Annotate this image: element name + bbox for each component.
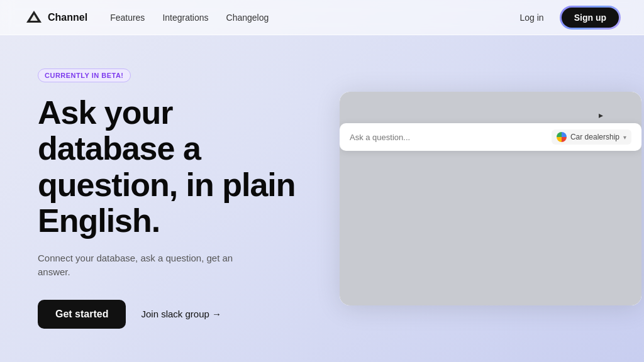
signup-button[interactable]: Sign up bbox=[562, 8, 619, 28]
db-label: Car dealership bbox=[570, 133, 619, 141]
nav-link-features[interactable]: Features bbox=[110, 13, 145, 23]
get-started-button[interactable]: Get started bbox=[38, 300, 126, 329]
cursor-indicator bbox=[599, 109, 604, 117]
demo-card: Car dealership ▾ bbox=[340, 92, 641, 305]
nav-actions: Log in Sign up bbox=[513, 8, 619, 28]
logo-text: Channel bbox=[48, 12, 87, 23]
beta-badge: Currently in beta! bbox=[38, 69, 131, 82]
hero-title: Ask your database a question, in plain E… bbox=[38, 95, 302, 239]
nav-link-integrations[interactable]: Integrations bbox=[162, 13, 208, 23]
google-multicolor-icon bbox=[557, 132, 567, 142]
demo-db-badge[interactable]: Car dealership ▾ bbox=[552, 129, 631, 145]
hero-subtitle: Connect your database, ask a question, g… bbox=[38, 251, 239, 280]
login-button[interactable]: Log in bbox=[513, 9, 552, 26]
chevron-down-icon: ▾ bbox=[623, 134, 626, 141]
demo-search-bar[interactable]: Car dealership ▾ bbox=[340, 123, 641, 151]
join-slack-button[interactable]: Join slack group → bbox=[141, 309, 221, 319]
logo[interactable]: Channel bbox=[25, 9, 87, 26]
nav-link-changelog[interactable]: Changelog bbox=[226, 13, 269, 23]
demo-inner: Car dealership ▾ bbox=[340, 92, 641, 305]
hero-section: Currently in beta! Ask your database a q… bbox=[0, 35, 644, 362]
channel-logo-icon bbox=[25, 9, 43, 26]
hero-left: Currently in beta! Ask your database a q… bbox=[38, 69, 302, 329]
hero-right: Car dealership ▾ bbox=[340, 92, 641, 305]
page-wrapper: Channel Features Integrations Changelog … bbox=[0, 0, 644, 362]
navbar: Channel Features Integrations Changelog … bbox=[0, 0, 644, 35]
hero-actions: Get started Join slack group → bbox=[38, 300, 302, 329]
demo-search-input[interactable] bbox=[350, 133, 552, 142]
nav-links: Features Integrations Changelog bbox=[110, 13, 512, 23]
